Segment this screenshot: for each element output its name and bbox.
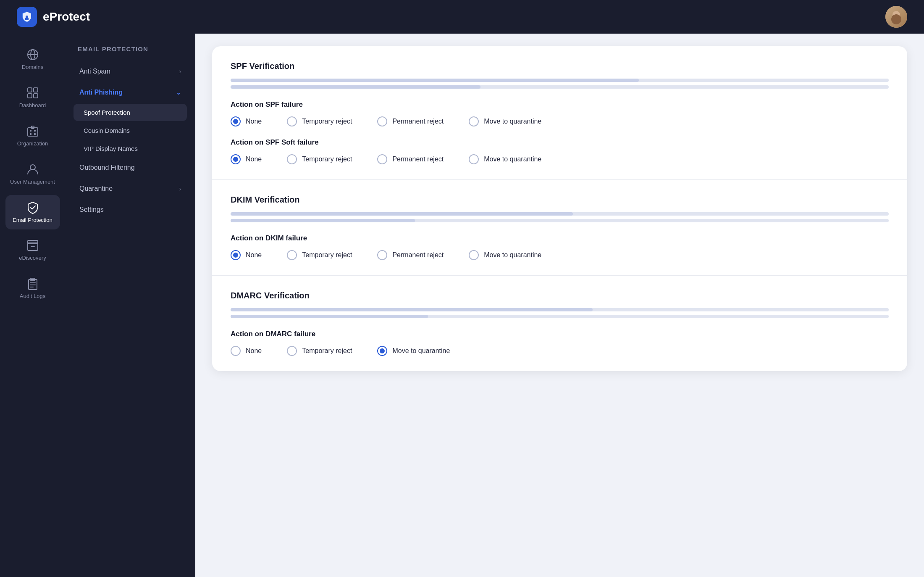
- dmarc-fail-quarantine-label: Move to quarantine: [392, 347, 450, 355]
- spf-section: SPF Verification Action on SPF failure: [212, 46, 907, 180]
- sub-menu-settings[interactable]: Settings: [74, 200, 187, 219]
- dkim-fail-temp-option[interactable]: Temporary reject: [287, 250, 352, 260]
- sidebar-label-audit-logs: Audit Logs: [20, 293, 45, 300]
- dmarc-progress-bars: [231, 308, 889, 318]
- svg-rect-12: [30, 133, 32, 135]
- spf-soft-perm-option[interactable]: Permanent reject: [377, 154, 444, 164]
- dkim-fail-none-radio[interactable]: [231, 250, 241, 260]
- spf-soft-perm-radio[interactable]: [377, 154, 387, 164]
- dkim-fail-temp-radio[interactable]: [287, 250, 297, 260]
- spf-fail-perm-option[interactable]: Permanent reject: [377, 116, 444, 126]
- sub-menu-label-anti-spam: Anti Spam: [79, 68, 110, 75]
- sidebar-item-audit-logs[interactable]: Audit Logs: [5, 271, 60, 306]
- sub-menu-vip-display-names[interactable]: VIP Display Names: [74, 140, 187, 157]
- dmarc-fail-radio-group: None Temporary reject Move to quarantine: [231, 346, 889, 356]
- sidebar-item-email-protection[interactable]: Email Protection: [5, 195, 60, 230]
- user-avatar[interactable]: [885, 6, 907, 28]
- dkim-title: DKIM Verification: [231, 195, 889, 205]
- left-sidebar: Domains Dashboard Organization: [0, 34, 65, 577]
- sub-menu-label-spoof-protection: Spoof Protection: [84, 109, 130, 116]
- chevron-right-icon: ›: [179, 68, 181, 75]
- main-content: SPF Verification Action on SPF failure: [195, 34, 924, 577]
- content-card: SPF Verification Action on SPF failure: [212, 46, 907, 371]
- building-icon: [26, 124, 39, 138]
- sub-menu-outbound-filtering[interactable]: Outbound Filtering: [74, 158, 187, 177]
- spf-soft-temp-label: Temporary reject: [302, 155, 352, 163]
- svg-rect-7: [28, 94, 32, 98]
- spf-fail-none-dot: [233, 119, 238, 124]
- spf-fail-none-radio[interactable]: [231, 116, 241, 126]
- brand-name: eProtect: [43, 10, 90, 24]
- dkim-fail-radio-group: None Temporary reject Permanent reject M…: [231, 250, 889, 260]
- spf-fail-temp-radio[interactable]: [287, 116, 297, 126]
- archive-icon: [26, 239, 39, 252]
- spf-soft-temp-radio[interactable]: [287, 154, 297, 164]
- sub-menu-anti-spam[interactable]: Anti Spam ›: [74, 62, 187, 81]
- spf-fail-quarantine-option[interactable]: Move to quarantine: [469, 116, 541, 126]
- dmarc-fail-quarantine-option[interactable]: Move to quarantine: [377, 346, 450, 356]
- spf-fail-quarantine-radio[interactable]: [469, 116, 479, 126]
- dkim-fail-none-dot: [233, 253, 238, 258]
- sub-menu-label-settings: Settings: [79, 206, 104, 213]
- sub-menu-cousin-domains[interactable]: Cousin Domains: [74, 122, 187, 139]
- spf-soft-quarantine-label: Move to quarantine: [484, 155, 541, 163]
- dkim-fail-quarantine-label: Move to quarantine: [484, 251, 541, 259]
- sidebar-item-domains[interactable]: Domains: [5, 42, 60, 77]
- dmarc-fail-none-radio[interactable]: [231, 346, 241, 356]
- spf-fail-temp-option[interactable]: Temporary reject: [287, 116, 352, 126]
- dkim-fail-perm-option[interactable]: Permanent reject: [377, 250, 444, 260]
- sub-menu-label-anti-phishing: Anti Phishing: [79, 89, 123, 96]
- spf-progress-bars: [231, 79, 889, 89]
- sidebar-item-user-management[interactable]: User Management: [5, 157, 60, 192]
- sub-menu-quarantine[interactable]: Quarantine ›: [74, 179, 187, 198]
- spf-progress-fill-2: [231, 85, 480, 89]
- spf-soft-temp-option[interactable]: Temporary reject: [287, 154, 352, 164]
- dkim-fail-none-label: None: [246, 251, 262, 259]
- spf-fail-none-option[interactable]: None: [231, 116, 262, 126]
- dkim-fail-perm-radio[interactable]: [377, 250, 387, 260]
- grid-icon: [26, 86, 39, 100]
- sidebar-label-dashboard: Dashboard: [19, 102, 46, 109]
- dkim-fail-quarantine-option[interactable]: Move to quarantine: [469, 250, 541, 260]
- spf-fail-quarantine-label: Move to quarantine: [484, 118, 541, 125]
- dkim-progress-bars: [231, 212, 889, 222]
- spf-fail-perm-radio[interactable]: [377, 116, 387, 126]
- dkim-fail-quarantine-radio[interactable]: [469, 250, 479, 260]
- sub-menu-anti-phishing[interactable]: Anti Phishing ⌄: [74, 83, 187, 102]
- sidebar-item-ediscovery[interactable]: eDiscovery: [5, 233, 60, 268]
- spf-soft-none-label: None: [246, 155, 262, 163]
- svg-rect-8: [34, 94, 38, 98]
- sub-menu-label-vip-display-names: VIP Display Names: [84, 145, 138, 152]
- brand-icon: [17, 7, 37, 27]
- dmarc-fail-temp-option[interactable]: Temporary reject: [287, 346, 352, 356]
- avatar-image: [885, 6, 907, 28]
- spf-soft-none-option[interactable]: None: [231, 154, 262, 164]
- spf-soft-quarantine-option[interactable]: Move to quarantine: [469, 154, 541, 164]
- spf-fail-radio-group: None Temporary reject Permanent reject M…: [231, 116, 889, 126]
- dmarc-progress-fill-2: [231, 315, 428, 318]
- dkim-fail-none-option[interactable]: None: [231, 250, 262, 260]
- dmarc-fail-none-option[interactable]: None: [231, 346, 262, 356]
- sidebar-item-dashboard[interactable]: Dashboard: [5, 80, 60, 115]
- spf-soft-quarantine-radio[interactable]: [469, 154, 479, 164]
- spf-soft-none-radio[interactable]: [231, 154, 241, 164]
- dkim-fail-perm-label: Permanent reject: [392, 251, 444, 259]
- svg-rect-11: [34, 130, 36, 132]
- sub-menu-label-cousin-domains: Cousin Domains: [84, 127, 130, 134]
- sub-menu-spoof-protection[interactable]: Spoof Protection: [74, 104, 187, 121]
- sidebar-item-organization[interactable]: Organization: [5, 119, 60, 153]
- sidebar-label-user-management: User Management: [10, 179, 55, 186]
- dmarc-fail-none-label: None: [246, 347, 262, 355]
- dkim-fail-label: Action on DKIM failure: [231, 234, 889, 242]
- globe-icon: [26, 48, 39, 61]
- dmarc-fail-label: Action on DMARC failure: [231, 330, 889, 338]
- dmarc-fail-temp-radio[interactable]: [287, 346, 297, 356]
- dmarc-progress-row-2: [231, 315, 889, 318]
- spf-soft-fail-label: Action on SPF Soft failure: [231, 138, 889, 147]
- dmarc-fail-quarantine-radio[interactable]: [377, 346, 387, 356]
- dkim-progress-fill-2: [231, 219, 415, 222]
- spf-progress-row-1: [231, 79, 889, 82]
- dmarc-progress-fill-1: [231, 308, 593, 311]
- svg-rect-6: [34, 88, 38, 92]
- dmarc-title: DMARC Verification: [231, 291, 889, 300]
